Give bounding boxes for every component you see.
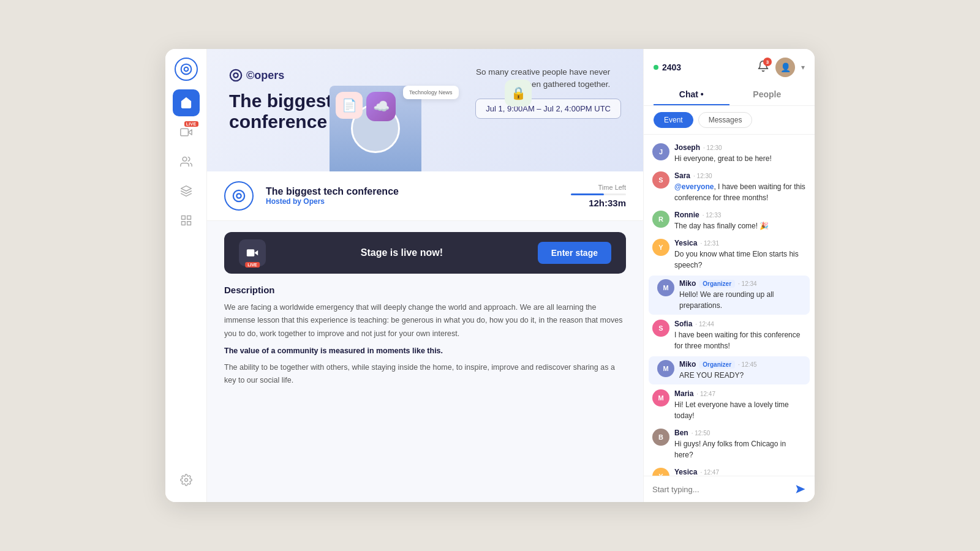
time-left-value: 12h:33m: [589, 198, 626, 208]
tech-news-card: Technology News: [403, 86, 459, 99]
main-content: ©opers The biggest tech conference So ma…: [207, 49, 643, 502]
description-highlight: The value of a community is measured in …: [224, 347, 626, 355]
sidebar-item-home[interactable]: [173, 89, 200, 116]
svg-point-10: [230, 70, 241, 81]
message-role-badge: Organizer: [699, 361, 735, 369]
message-avatar: M: [652, 389, 669, 407]
document-icon-deco: 📄: [336, 92, 363, 119]
svg-point-11: [233, 73, 238, 77]
message-author: Miko: [679, 360, 696, 369]
message-time: · 12:33: [703, 212, 722, 219]
sidebar-item-handshake[interactable]: [173, 178, 200, 204]
message-author: Sara: [674, 171, 690, 180]
sidebar-nav: LIVE: [173, 89, 200, 467]
message-author: Yesica: [674, 468, 697, 476]
description-title: Description: [224, 285, 626, 295]
tab-chat[interactable]: Chat •: [654, 84, 729, 105]
chat-tabs: Chat • People: [654, 84, 805, 105]
message-avatar: S: [652, 171, 669, 189]
message-avatar: B: [652, 429, 669, 446]
svg-point-4: [183, 157, 187, 162]
message-time: · 12:45: [738, 361, 757, 368]
message-role-badge: Organizer: [699, 280, 735, 288]
send-button[interactable]: [795, 484, 806, 495]
sidebar-item-settings[interactable]: [173, 467, 200, 493]
svg-rect-3: [180, 129, 188, 136]
svg-rect-6: [187, 216, 190, 220]
message-author: Joseph: [674, 143, 700, 152]
enter-stage-button[interactable]: Enter stage: [538, 242, 611, 264]
svg-rect-7: [187, 222, 190, 225]
svg-point-12: [233, 190, 244, 201]
chat-message: SSara· 12:30@everyone, I have been waiti…: [644, 168, 815, 207]
chat-sub-tabs: Event Messages: [644, 106, 815, 135]
stage-banner: LIVE Stage is live now! Enter stage: [224, 232, 626, 274]
notifications-button[interactable]: 3: [757, 60, 769, 75]
svg-rect-15: [247, 249, 255, 257]
online-indicator: 2403: [654, 62, 681, 72]
chat-messages: JJoseph· 12:30Hi everyone, great to be h…: [644, 135, 815, 476]
subtab-messages[interactable]: Messages: [698, 112, 753, 128]
user-avatar-button[interactable]: 👤: [775, 58, 795, 77]
svg-point-0: [181, 64, 191, 75]
time-left-progress-fill: [571, 193, 604, 195]
stage-camera-icon: LIVE: [239, 239, 266, 266]
chat-message: SSofia· 12:44I have been waiting for thi…: [644, 316, 815, 355]
chat-message: MMikoOrganizer· 12:45ARE YOU READY?: [649, 356, 810, 384]
brand-name: ©opers: [246, 69, 284, 82]
message-avatar: S: [652, 320, 669, 337]
sidebar-item-documents[interactable]: [173, 207, 200, 234]
description-body2: The ability to be together with others, …: [224, 361, 626, 388]
message-time: · 12:30: [693, 173, 712, 179]
stage-live-badge: LIVE: [245, 262, 260, 268]
event-info-bar: The biggest tech conference Hosted by Op…: [207, 171, 643, 221]
message-avatar: M: [657, 279, 674, 296]
chat-message: YYesica· 12:47Yes! Let's get it started!: [644, 464, 815, 476]
event-title-bar: The biggest tech conference: [266, 186, 559, 197]
chat-message: JJoseph· 12:30Hi everyone, great to be h…: [644, 140, 815, 168]
message-mention: @everyone: [674, 182, 714, 191]
sidebar-item-live[interactable]: LIVE: [173, 119, 200, 146]
online-dot: [654, 65, 658, 70]
chat-message: MMikoOrganizer· 12:34Hello! We are round…: [649, 276, 810, 315]
description-body: We are facing a worldwide emergency that…: [224, 301, 626, 340]
chat-input[interactable]: [652, 485, 790, 494]
stage-text: Stage is live now!: [278, 247, 526, 258]
message-text: I have been waiting for this conference …: [674, 329, 806, 351]
svg-point-9: [184, 479, 187, 482]
message-time: · 12:34: [738, 280, 757, 287]
message-time: · 12:47: [700, 469, 719, 476]
message-author: Ben: [674, 429, 688, 437]
message-text: Hi guys! Any folks from Chicago in here?: [674, 438, 806, 460]
live-badge: LIVE: [184, 121, 198, 127]
sidebar-item-people[interactable]: [173, 148, 200, 175]
message-text: Hello! We are rounding up all preparatio…: [679, 289, 801, 311]
svg-marker-14: [254, 250, 258, 255]
chat-message: RRonnie· 12:33The day has finally come! …: [644, 207, 815, 235]
svg-point-1: [184, 67, 188, 72]
svg-rect-8: [181, 222, 185, 225]
message-time: · 12:30: [703, 144, 722, 151]
message-author: Yesica: [674, 239, 697, 247]
svg-point-13: [236, 193, 241, 198]
chat-top-bar: 2403 3 👤 ▾: [654, 58, 805, 77]
message-avatar: J: [652, 143, 669, 160]
tab-people[interactable]: People: [729, 84, 805, 105]
message-author: Ronnie: [674, 211, 699, 219]
subtab-event[interactable]: Event: [654, 112, 693, 128]
message-avatar: R: [652, 211, 669, 228]
dropdown-chevron[interactable]: ▾: [801, 63, 805, 72]
chat-message: YYesica· 12:31Do you know what time Elon…: [644, 235, 815, 274]
sidebar-logo[interactable]: [175, 58, 198, 81]
message-author: Sofia: [674, 320, 692, 328]
notification-badge: 3: [763, 58, 772, 66]
chat-message: BBen· 12:50Hi guys! Any folks from Chica…: [644, 425, 815, 464]
message-text: ARE YOU READY?: [679, 370, 757, 381]
message-time: · 12:44: [695, 321, 714, 328]
cloud-icon-deco: ☁️: [366, 92, 396, 121]
message-time: · 12:50: [692, 430, 710, 437]
sidebar: LIVE: [165, 49, 207, 502]
svg-marker-16: [796, 485, 805, 493]
online-count: 2403: [662, 62, 681, 72]
message-avatar: Y: [652, 239, 669, 256]
